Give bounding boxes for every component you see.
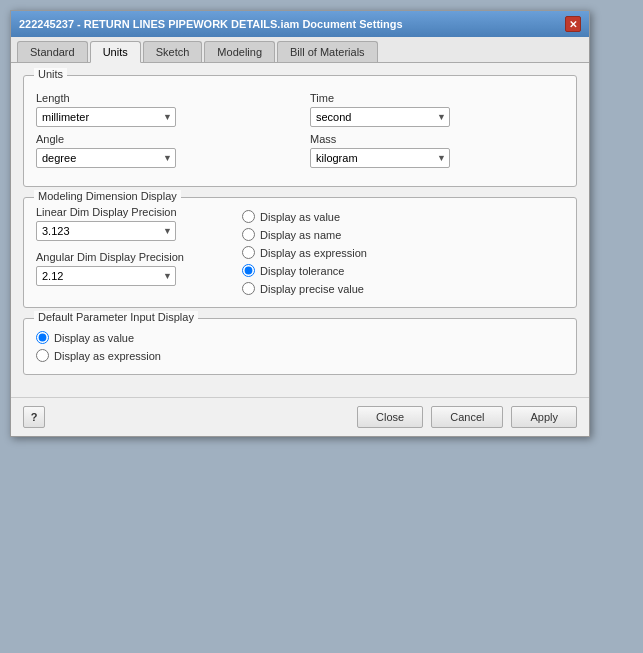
angle-select[interactable]: degree radian [36,148,176,168]
radio-display-name-input[interactable] [242,228,255,241]
length-select[interactable]: millimeter centimeter meter inch foot [36,107,176,127]
angular-label: Angular Dim Display Precision [36,251,226,263]
radio-display-precise-input[interactable] [242,282,255,295]
radio-param-expression-input[interactable] [36,349,49,362]
radio-display-value[interactable]: Display as value [242,210,564,223]
radio-display-expression[interactable]: Display as expression [242,246,564,259]
units-group-label: Units [34,68,67,80]
modeling-right: Display as value Display as name Display… [242,206,564,295]
units-group: Units Length millimeter centimeter meter… [23,75,577,187]
linear-field: Linear Dim Display Precision 3.123 3.12 … [36,206,226,241]
radio-param-value-input[interactable] [36,331,49,344]
window-title: 222245237 - RETURN LINES PIPEWORK DETAIL… [19,18,403,30]
main-window: 222245237 - RETURN LINES PIPEWORK DETAIL… [10,10,590,437]
mass-label: Mass [310,133,564,145]
length-label: Length [36,92,290,104]
time-label: Time [310,92,564,104]
tab-units[interactable]: Units [90,41,141,63]
tab-bar: Standard Units Sketch Modeling Bill of M… [11,37,589,63]
angular-select[interactable]: 2.12 2.1 2 [36,266,176,286]
time-col: Time second minute hour ▼ Mass [310,92,564,174]
units-row: Length millimeter centimeter meter inch … [36,92,564,174]
tab-bom[interactable]: Bill of Materials [277,41,378,62]
radio-display-precise[interactable]: Display precise value [242,282,564,295]
cancel-button[interactable]: Cancel [431,406,503,428]
tab-modeling[interactable]: Modeling [204,41,275,62]
tab-standard[interactable]: Standard [17,41,88,62]
footer: ? Close Cancel Apply [11,397,589,436]
angle-select-wrapper: degree radian ▼ [36,148,176,168]
close-button[interactable]: Close [357,406,423,428]
radio-display-name[interactable]: Display as name [242,228,564,241]
time-select[interactable]: second minute hour [310,107,450,127]
mass-select-wrapper: kilogram gram pound ounce ▼ [310,148,450,168]
mass-select[interactable]: kilogram gram pound ounce [310,148,450,168]
radio-display-name-label: Display as name [260,229,341,241]
length-col: Length millimeter centimeter meter inch … [36,92,290,174]
angle-field: Angle degree radian ▼ [36,133,290,168]
radio-param-expression-label: Display as expression [54,350,161,362]
modeling-left: Linear Dim Display Precision 3.123 3.12 … [36,206,226,295]
footer-buttons: Close Cancel Apply [357,406,577,428]
tab-content: Units Length millimeter centimeter meter… [11,63,589,397]
display-options-group: Display as value Display as name Display… [242,210,564,295]
mass-field: Mass kilogram gram pound ounce ▼ [310,133,564,168]
radio-param-value-label: Display as value [54,332,134,344]
modeling-group: Modeling Dimension Display Linear Dim Di… [23,197,577,308]
close-window-button[interactable]: ✕ [565,16,581,32]
modeling-inner: Linear Dim Display Precision 3.123 3.12 … [36,206,564,295]
radio-display-precise-label: Display precise value [260,283,364,295]
linear-select[interactable]: 3.123 3.12 3.1 3 [36,221,176,241]
linear-select-wrapper: 3.123 3.12 3.1 3 ▼ [36,221,176,241]
title-bar: 222245237 - RETURN LINES PIPEWORK DETAIL… [11,11,589,37]
angular-select-wrapper: 2.12 2.1 2 ▼ [36,266,176,286]
radio-display-value-label: Display as value [260,211,340,223]
default-param-group: Default Parameter Input Display Display … [23,318,577,375]
angular-field: Angular Dim Display Precision 2.12 2.1 2… [36,251,226,286]
radio-display-expression-input[interactable] [242,246,255,259]
linear-label: Linear Dim Display Precision [36,206,226,218]
radio-display-tolerance-input[interactable] [242,264,255,277]
angle-label: Angle [36,133,290,145]
param-options-group: Display as value Display as expression [36,331,564,362]
modeling-group-label: Modeling Dimension Display [34,190,181,202]
tab-sketch[interactable]: Sketch [143,41,203,62]
radio-display-tolerance-label: Display tolerance [260,265,344,277]
time-select-wrapper: second minute hour ▼ [310,107,450,127]
length-field: Length millimeter centimeter meter inch … [36,92,290,127]
length-select-wrapper: millimeter centimeter meter inch foot ▼ [36,107,176,127]
apply-button[interactable]: Apply [511,406,577,428]
radio-param-expression[interactable]: Display as expression [36,349,564,362]
radio-display-value-input[interactable] [242,210,255,223]
help-button[interactable]: ? [23,406,45,428]
time-field: Time second minute hour ▼ [310,92,564,127]
default-param-group-label: Default Parameter Input Display [34,311,198,323]
radio-display-tolerance[interactable]: Display tolerance [242,264,564,277]
radio-display-expression-label: Display as expression [260,247,367,259]
radio-param-value[interactable]: Display as value [36,331,564,344]
